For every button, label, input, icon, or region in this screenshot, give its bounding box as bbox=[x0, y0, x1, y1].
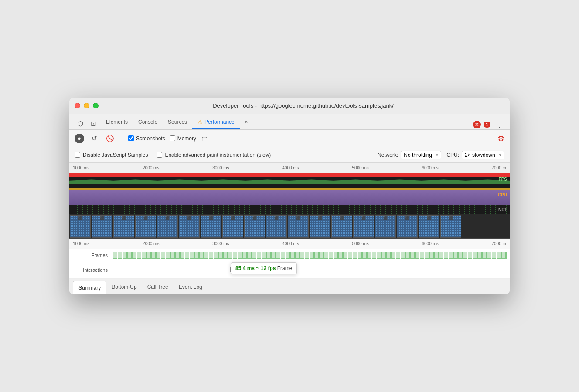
screenshots-toggle[interactable]: Screenshots bbox=[128, 135, 165, 142]
frame-block[interactable] bbox=[420, 252, 424, 259]
frame-block[interactable] bbox=[434, 252, 439, 259]
frame-block[interactable] bbox=[199, 252, 204, 259]
frame-block[interactable] bbox=[204, 252, 208, 259]
tab-performance[interactable]: ⚠ Performance bbox=[192, 115, 240, 129]
frame-block[interactable] bbox=[449, 252, 453, 259]
cursor-tool-button[interactable]: ⬡ bbox=[75, 118, 86, 129]
frame-block[interactable] bbox=[334, 252, 338, 259]
frame-block[interactable] bbox=[381, 252, 386, 259]
screenshot-thumb[interactable]: ⬛ bbox=[440, 215, 461, 238]
maximize-button[interactable] bbox=[93, 103, 99, 108]
frame-block[interactable] bbox=[295, 252, 300, 259]
advanced-paint-option[interactable]: Enable advanced paint instrumentation (s… bbox=[157, 152, 271, 158]
frame-block[interactable] bbox=[391, 252, 395, 259]
screenshot-thumb[interactable]: ⬛ bbox=[179, 215, 200, 238]
frame-block[interactable] bbox=[281, 252, 285, 259]
cpu-track[interactable]: CPU bbox=[69, 185, 510, 205]
frame-block[interactable] bbox=[497, 252, 501, 259]
frame-block[interactable] bbox=[362, 252, 367, 259]
frame-block[interactable] bbox=[329, 252, 333, 259]
frame-block[interactable] bbox=[271, 252, 276, 259]
frame-block[interactable] bbox=[161, 252, 165, 259]
screenshot-thumb[interactable]: ⬛ bbox=[244, 215, 265, 238]
frame-block[interactable] bbox=[127, 252, 132, 259]
screenshots-checkbox[interactable] bbox=[128, 135, 134, 141]
inspect-element-button[interactable]: ⊡ bbox=[88, 118, 99, 129]
tab-bottom-up[interactable]: Bottom-Up bbox=[106, 280, 142, 294]
frame-block[interactable] bbox=[300, 252, 304, 259]
frame-block[interactable] bbox=[194, 252, 199, 259]
frame-block[interactable] bbox=[439, 252, 443, 259]
frame-block[interactable] bbox=[492, 252, 496, 259]
trash-button[interactable]: 🗑 bbox=[201, 135, 208, 142]
frame-block[interactable] bbox=[156, 252, 160, 259]
frame-block[interactable] bbox=[468, 252, 472, 259]
frame-block[interactable] bbox=[429, 252, 434, 259]
frame-block[interactable] bbox=[185, 252, 189, 259]
tab-summary[interactable]: Summary bbox=[73, 281, 106, 294]
frame-block[interactable] bbox=[228, 252, 232, 259]
frame-block[interactable] bbox=[367, 252, 371, 259]
frame-block[interactable] bbox=[223, 252, 228, 259]
frame-block[interactable] bbox=[310, 252, 314, 259]
frame-block[interactable] bbox=[482, 252, 487, 259]
advanced-paint-checkbox[interactable] bbox=[157, 152, 162, 158]
frame-block[interactable] bbox=[286, 252, 290, 259]
network-throttle-select[interactable]: No throttling Fast 3G Slow 3G Offline bbox=[401, 151, 441, 159]
frame-block[interactable] bbox=[477, 252, 482, 259]
frame-block[interactable] bbox=[343, 252, 347, 259]
frame-block[interactable] bbox=[353, 252, 357, 259]
minimize-button[interactable] bbox=[84, 103, 89, 108]
screenshot-thumb[interactable]: ⬛ bbox=[353, 215, 374, 238]
interactions-track[interactable]: Interactions 85.4 ms ~ 12 fps Frame bbox=[69, 261, 510, 279]
frame-block[interactable] bbox=[348, 252, 352, 259]
screenshot-thumb[interactable]: ⬛ bbox=[70, 215, 91, 238]
frame-block[interactable] bbox=[314, 252, 319, 259]
frame-block[interactable] bbox=[358, 252, 362, 259]
frame-block[interactable] bbox=[425, 252, 429, 259]
screenshot-thumb[interactable]: ⬛ bbox=[331, 215, 352, 238]
frame-block[interactable] bbox=[377, 252, 381, 259]
frame-block[interactable] bbox=[386, 252, 391, 259]
frame-block[interactable] bbox=[473, 252, 477, 259]
frame-block[interactable] bbox=[151, 252, 156, 259]
frame-block[interactable] bbox=[501, 252, 506, 259]
frame-block[interactable] bbox=[257, 252, 261, 259]
frame-block[interactable] bbox=[242, 252, 247, 259]
frame-block[interactable] bbox=[209, 252, 213, 259]
close-button[interactable] bbox=[75, 103, 80, 108]
screenshot-thumb[interactable]: ⬛ bbox=[288, 215, 309, 238]
frame-block[interactable] bbox=[262, 252, 266, 259]
frame-block[interactable] bbox=[118, 252, 122, 259]
frame-block[interactable] bbox=[396, 252, 400, 259]
frame-block[interactable] bbox=[247, 252, 252, 259]
memory-toggle[interactable]: Memory bbox=[170, 135, 196, 142]
frame-block[interactable] bbox=[453, 252, 458, 259]
frame-block[interactable] bbox=[305, 252, 309, 259]
tab-more[interactable]: » bbox=[240, 115, 253, 129]
screenshot-thumb[interactable]: ⬛ bbox=[222, 215, 243, 238]
reload-profile-button[interactable]: ↺ bbox=[89, 133, 100, 144]
tab-call-tree[interactable]: Call Tree bbox=[142, 280, 174, 294]
frame-block[interactable] bbox=[276, 252, 280, 259]
frame-block[interactable] bbox=[290, 252, 295, 259]
frame-block[interactable] bbox=[405, 252, 410, 259]
screenshot-thumb[interactable]: ⬛ bbox=[310, 215, 330, 238]
tab-elements[interactable]: Elements bbox=[101, 115, 133, 129]
screenshot-strip[interactable]: ⬛⬛⬛⬛⬛⬛⬛⬛⬛⬛⬛⬛⬛⬛⬛⬛⬛⬛ bbox=[69, 214, 510, 239]
frame-block[interactable] bbox=[166, 252, 170, 259]
screenshot-thumb[interactable]: ⬛ bbox=[419, 215, 439, 238]
disable-js-option[interactable]: Disable JavaScript Samples bbox=[75, 152, 148, 158]
screenshot-thumb[interactable]: ⬛ bbox=[266, 215, 287, 238]
screenshot-thumb[interactable]: ⬛ bbox=[92, 215, 112, 238]
frame-block[interactable] bbox=[180, 252, 184, 259]
frame-block[interactable] bbox=[444, 252, 448, 259]
frame-block[interactable] bbox=[142, 252, 146, 259]
frame-block[interactable] bbox=[113, 252, 117, 259]
frame-block[interactable] bbox=[463, 252, 467, 259]
frame-block[interactable] bbox=[324, 252, 328, 259]
clear-profile-button[interactable]: 🚫 bbox=[104, 133, 116, 144]
screenshot-thumb[interactable]: ⬛ bbox=[397, 215, 418, 238]
fps-track[interactable]: FPS bbox=[69, 173, 510, 185]
cpu-throttle-select[interactable]: No throttling 2× slowdown 4× slowdown 6×… bbox=[462, 151, 504, 159]
